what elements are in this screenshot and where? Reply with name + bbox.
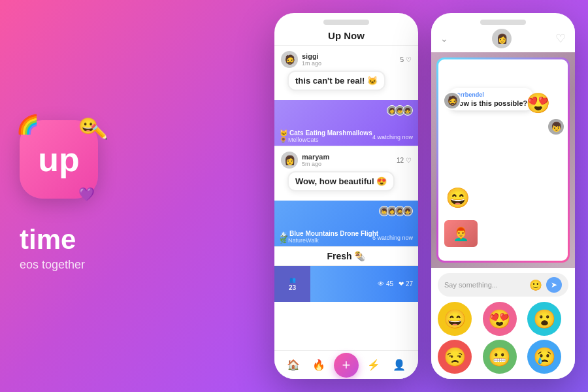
input-row: Say something... 🙂 ➤ bbox=[438, 273, 568, 297]
watchers-row-1: 👩 👦 👧 bbox=[389, 105, 413, 116]
right-header-avatar: 👩 bbox=[492, 29, 512, 48]
phone-notch-right bbox=[480, 20, 526, 25]
heart-icon: 💜 bbox=[78, 186, 95, 202]
brand-tagline-sub: eos together bbox=[20, 258, 157, 272]
comment-bubble-2: Wow, how beautiful 😍 bbox=[287, 171, 395, 191]
video-title-1: 🐱 Cats Eating Marshmallows bbox=[280, 129, 413, 137]
video-thumb-1[interactable]: 🐱 Cats Eating Marshmallows 🌻 MellowCats … bbox=[274, 100, 418, 146]
nav-fire[interactable]: 🔥 bbox=[308, 355, 329, 376]
right-input-area: Say something... 🙂 ➤ 😄 😍 😮 😒 😬 😢 bbox=[431, 268, 575, 379]
small-video-preview[interactable]: 👨‍🦰 bbox=[443, 219, 479, 248]
logo-text: up bbox=[38, 142, 80, 176]
chevron-down-icon[interactable]: ⌄ bbox=[440, 33, 448, 44]
emoji-button-love[interactable]: 😍 bbox=[483, 302, 517, 336]
emoji-row: 😄 😍 😮 😒 😬 😢 bbox=[438, 302, 568, 374]
floating-emoji-love: 😍 bbox=[526, 91, 550, 114]
video-info-2: 🏔️ Blue Mountains Drone Flight 🌿 NatureW… bbox=[274, 227, 418, 246]
emoji-button-wow[interactable]: 😮 bbox=[527, 302, 561, 336]
logo-container: 🌈 😀 ✏️ up 💜 bbox=[20, 120, 111, 212]
right-phone-content: ⌄ 👩 ♡ bbox=[431, 25, 575, 379]
chat-bubble-right: @rrbendel how is this possible? bbox=[449, 88, 532, 110]
comment-bubble-1: this can't be real! 🐱 bbox=[287, 71, 385, 91]
video-info-1: 🐱 Cats Eating Marshmallows 🌻 MellowCats bbox=[274, 127, 418, 146]
watcher-avatar: 👧 bbox=[402, 105, 413, 116]
left-phone: Up Now 🧔 siggi 1m ago 5 ♡ this can't be … bbox=[274, 13, 418, 379]
avatar-maryam: 👩 bbox=[281, 152, 298, 169]
video-title-2: 🏔️ Blue Mountains Drone Flight bbox=[280, 230, 413, 237]
like-count-2: 12 ♡ bbox=[397, 157, 412, 164]
user-info-maryam: maryam 5m ago bbox=[302, 153, 393, 167]
nav-lightning[interactable]: ⚡ bbox=[363, 355, 384, 376]
avatar-siggi: 🧔 bbox=[281, 51, 298, 68]
nav-plus-button[interactable]: + bbox=[334, 353, 359, 378]
left-phone-content: Up Now 🧔 siggi 1m ago 5 ♡ this can't be … bbox=[274, 25, 418, 350]
fresh-left: 👥 23 bbox=[274, 266, 310, 302]
brand-area: 🌈 😀 ✏️ up 💜 time eos together bbox=[0, 0, 157, 392]
emoji-picker-button[interactable]: 🙂 bbox=[529, 279, 542, 291]
time-maryam: 5m ago bbox=[302, 161, 393, 167]
phone-nav: 🏠 🔥 + ⚡ 👤 bbox=[274, 350, 418, 379]
channel-tag-1: 🌻 MellowCats bbox=[280, 137, 413, 143]
emoji-button-grin[interactable]: 😬 bbox=[483, 340, 517, 374]
floating-avatar-1: 👦 bbox=[547, 118, 565, 136]
input-placeholder[interactable]: Say something... bbox=[444, 281, 525, 289]
right-phone-header: ⌄ 👩 ♡ bbox=[431, 25, 575, 52]
fresh-right: 👁 45 ❤ 27 bbox=[310, 266, 418, 302]
like-count-1: 5 ♡ bbox=[400, 56, 412, 63]
phone-notch-left bbox=[323, 20, 369, 25]
user-info-siggi: siggi 1m ago bbox=[302, 52, 396, 67]
username-maryam: maryam bbox=[302, 153, 393, 161]
time-siggi: 1m ago bbox=[302, 60, 396, 67]
emoji-button-sad[interactable]: 😒 bbox=[438, 340, 472, 374]
nav-home[interactable]: 🏠 bbox=[283, 355, 304, 376]
pencil-icon: ✏️ bbox=[90, 123, 108, 140]
nav-profile[interactable]: 👤 bbox=[389, 355, 410, 376]
floating-avatar-2: 🧔 bbox=[443, 91, 461, 110]
emoji-button-laugh[interactable]: 😄 bbox=[438, 302, 472, 336]
feed-item-2-top: 👩 maryam 5m ago 12 ♡ bbox=[274, 146, 418, 171]
brand-tagline-main: time bbox=[20, 225, 157, 255]
up-now-header: Up Now bbox=[274, 25, 418, 46]
fresh-item[interactable]: 👥 23 👁 45 ❤ 27 bbox=[274, 266, 418, 302]
rainbow-icon: 🌈 bbox=[16, 114, 39, 135]
watchers-row-2: 👦 👩 🧔 👧 bbox=[382, 206, 413, 216]
phones-area: Up Now 🧔 siggi 1m ago 5 ♡ this can't be … bbox=[274, 13, 575, 379]
right-video-area: @rrbendel how is this possible? 😍 😄 👦 🧔 … bbox=[431, 52, 575, 268]
heart-icon-right[interactable]: ♡ bbox=[555, 31, 566, 46]
fresh-header: Fresh 🌯 bbox=[274, 247, 418, 266]
right-phone: ⌄ 👩 ♡ bbox=[431, 13, 575, 379]
feed-item-2[interactable]: 👩 maryam 5m ago 12 ♡ Wow, how beautiful … bbox=[274, 146, 418, 247]
floating-emoji-laugh: 😄 bbox=[446, 186, 470, 209]
emoji-button-cry[interactable]: 😢 bbox=[527, 340, 561, 374]
logo-blob: 🌈 😀 ✏️ up 💜 bbox=[20, 120, 98, 199]
watcher-avatar: 👧 bbox=[402, 206, 413, 216]
send-button[interactable]: ➤ bbox=[546, 277, 562, 293]
feed-item-1-top: 🧔 siggi 1m ago 5 ♡ bbox=[274, 46, 418, 71]
channel-tag-2: 🌿 NatureWalk bbox=[280, 237, 413, 244]
username-siggi: siggi bbox=[302, 52, 396, 60]
feed-item-1[interactable]: 🧔 siggi 1m ago 5 ♡ this can't be real! 🐱 bbox=[274, 46, 418, 146]
video-thumb-2[interactable]: 🏔️ Blue Mountains Drone Flight 🌿 NatureW… bbox=[274, 201, 418, 246]
